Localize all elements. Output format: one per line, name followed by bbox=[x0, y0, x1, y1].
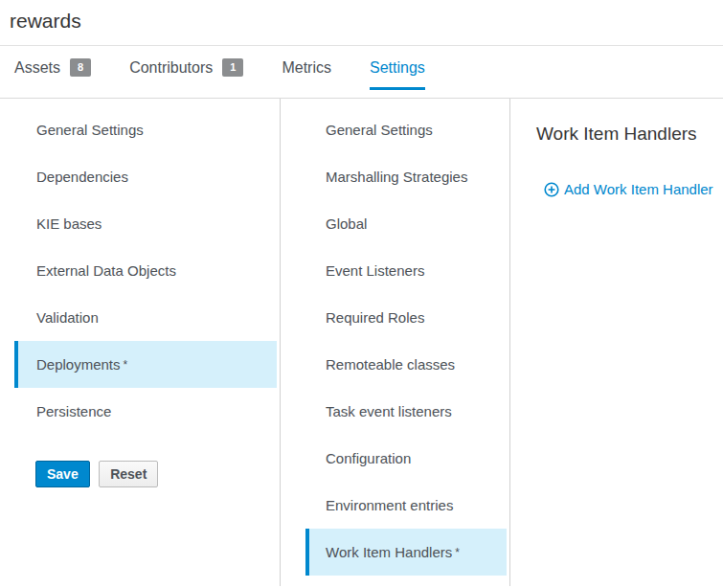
deployments-nav-item-marshalling-strategies[interactable]: Marshalling Strategies bbox=[305, 153, 507, 200]
add-circle-icon bbox=[544, 182, 559, 197]
nav-item-label: KIE bases bbox=[36, 215, 102, 232]
save-button[interactable]: Save bbox=[35, 461, 90, 487]
tab-contributors[interactable]: Contributors1 bbox=[129, 58, 243, 90]
tab-settings[interactable]: Settings bbox=[370, 59, 425, 90]
nav-item-label: Global bbox=[326, 215, 367, 232]
tab-assets[interactable]: Assets8 bbox=[14, 58, 91, 90]
settings-nav-item-deployments[interactable]: Deployments* bbox=[14, 341, 277, 388]
deployments-nav-item-remoteable-classes[interactable]: Remoteable classes bbox=[305, 341, 507, 388]
nav-item-label: General Settings bbox=[36, 122, 144, 138]
add-work-item-handler-button[interactable]: Add Work Item Handler bbox=[544, 181, 713, 197]
deployments-nav-item-environment-entries[interactable]: Environment entries bbox=[305, 482, 507, 529]
nav-item-label: Dependencies bbox=[36, 169, 128, 185]
settings-nav-column: General SettingsDependenciesKIE basesExt… bbox=[0, 99, 281, 586]
nav-item-label: Event Listeners bbox=[326, 262, 424, 279]
tab-count-badge: 1 bbox=[222, 58, 243, 77]
deployments-nav-item-task-event-listeners[interactable]: Task event listeners bbox=[305, 388, 507, 435]
settings-nav-list: General SettingsDependenciesKIE basesExt… bbox=[14, 106, 277, 435]
tab-label: Assets bbox=[14, 59, 60, 76]
settings-nav-item-general-settings[interactable]: General Settings bbox=[14, 106, 277, 153]
nav-item-label: Environment entries bbox=[326, 497, 453, 513]
settings-nav-item-external-data-objects[interactable]: External Data Objects bbox=[14, 247, 277, 294]
settings-nav-item-kie-bases[interactable]: KIE bases bbox=[14, 200, 277, 247]
deployments-nav-item-general-settings[interactable]: General Settings bbox=[305, 106, 507, 153]
deployments-nav-item-global[interactable]: Global bbox=[305, 200, 507, 247]
project-tabs: Assets8Contributors1MetricsSettings bbox=[0, 58, 723, 90]
tab-label: Settings bbox=[370, 59, 425, 76]
nav-item-label: Configuration bbox=[326, 450, 411, 466]
nav-item-label: Work Item Handlers bbox=[326, 544, 452, 560]
work-item-handlers-panel: Work Item Handlers Add Work Item Handler bbox=[510, 99, 723, 586]
settings-nav-item-dependencies[interactable]: Dependencies bbox=[14, 153, 277, 200]
deployments-nav-item-configuration[interactable]: Configuration bbox=[305, 435, 507, 482]
add-link-label: Add Work Item Handler bbox=[564, 181, 713, 197]
settings-nav-item-validation[interactable]: Validation bbox=[14, 294, 277, 341]
nav-item-label: Required Roles bbox=[326, 309, 424, 326]
tab-label: Metrics bbox=[282, 59, 331, 76]
deployments-nav-column: General SettingsMarshalling StrategiesGl… bbox=[281, 99, 510, 586]
nav-item-label: General Settings bbox=[326, 122, 433, 138]
nav-item-label: Task event listeners bbox=[326, 403, 452, 419]
nav-item-label: Deployments bbox=[36, 356, 121, 373]
nav-item-label: Marshalling Strategies bbox=[326, 169, 467, 185]
tab-label: Contributors bbox=[129, 59, 213, 76]
tab-count-badge: 8 bbox=[70, 58, 91, 77]
deployments-nav-item-work-item-handlers[interactable]: Work Item Handlers* bbox=[305, 529, 507, 576]
page-title: rewards bbox=[10, 10, 81, 32]
nav-item-label: Validation bbox=[36, 309, 99, 326]
nav-item-label: Remoteable classes bbox=[326, 356, 455, 373]
settings-actions: Save Reset bbox=[35, 461, 280, 487]
panel-title: Work Item Handlers bbox=[536, 124, 717, 145]
nav-item-label: External Data Objects bbox=[36, 262, 176, 279]
tab-metrics[interactable]: Metrics bbox=[282, 59, 331, 90]
page-header: rewards bbox=[0, 0, 723, 46]
deployments-nav-list: General SettingsMarshalling StrategiesGl… bbox=[305, 106, 507, 576]
settings-content: General SettingsDependenciesKIE basesExt… bbox=[0, 98, 723, 586]
reset-button[interactable]: Reset bbox=[99, 461, 158, 487]
deployments-nav-item-required-roles[interactable]: Required Roles bbox=[305, 294, 507, 341]
nav-item-label: Persistence bbox=[36, 403, 111, 419]
settings-nav-item-persistence[interactable]: Persistence bbox=[14, 388, 277, 435]
deployments-nav-item-event-listeners[interactable]: Event Listeners bbox=[305, 247, 507, 294]
